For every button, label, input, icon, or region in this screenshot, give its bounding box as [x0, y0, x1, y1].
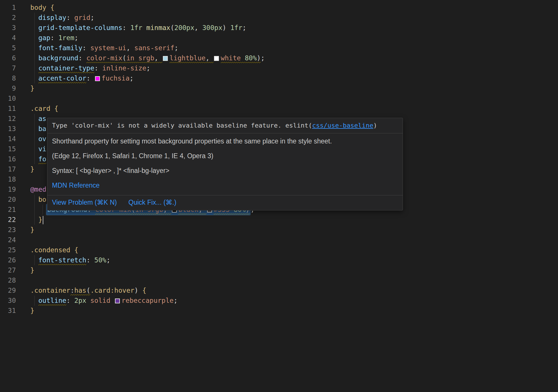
indent-guide	[34, 53, 35, 63]
browser-support: (Edge 12, Firefox 1, Safari 1, Chrome 1,…	[52, 152, 398, 160]
code-token: }	[30, 307, 34, 314]
warning-squiggle: fo	[38, 155, 46, 163]
indent-guide	[34, 134, 35, 144]
line-text[interactable]: .container:has(.card:hover) {	[30, 285, 558, 296]
token-group: gap: 1rem;	[30, 34, 78, 42]
view-problem-link[interactable]: View Problem (⌘K N)	[52, 199, 117, 206]
token-group: background:	[30, 54, 86, 62]
indent-guide	[34, 33, 35, 43]
code-line: 9}	[0, 83, 558, 94]
code-token: outline	[38, 297, 66, 304]
line-text[interactable]: .condensed {	[30, 245, 558, 255]
code-token: ,	[206, 54, 214, 62]
line-number: 2	[0, 13, 16, 23]
code-line: 24	[0, 235, 558, 245]
code-token: {	[54, 105, 58, 112]
line-number: 3	[0, 23, 16, 33]
token-group: body {	[30, 4, 54, 11]
line-text[interactable]	[30, 235, 558, 245]
eslint-rule-link[interactable]: css/use-baseline	[312, 122, 373, 129]
code-token: :	[122, 24, 131, 31]
code-token: gap	[38, 34, 51, 42]
token-group: grid-template-columns: 1fr minmax(200px,…	[30, 24, 246, 31]
code-token: accent-color	[38, 74, 86, 82]
line-text[interactable]: }	[30, 83, 558, 94]
token-group: }	[30, 85, 34, 92]
code-token: ;	[146, 64, 150, 72]
line-text[interactable]: font-family: system-ui, sans-serif;	[30, 43, 558, 53]
line-text[interactable]: }	[30, 306, 558, 316]
token-group	[30, 206, 46, 213]
token-group: : 2px solid rebeccapurple;	[66, 297, 178, 304]
line-text[interactable]: body {	[30, 3, 558, 13]
code-token: fo	[38, 155, 46, 163]
code-line: 1body {	[0, 3, 558, 13]
indent-guide	[34, 43, 35, 53]
line-text[interactable]: display: grid;	[30, 13, 558, 23]
token-group: @med	[30, 186, 46, 193]
code-token: :	[70, 287, 74, 294]
code-token: ;	[242, 24, 246, 31]
code-token: ;	[174, 44, 178, 52]
code-line: 10	[0, 94, 558, 104]
code-line: 25.condensed {	[0, 245, 558, 255]
code-token	[30, 206, 46, 213]
line-text[interactable]: }	[30, 265, 558, 275]
code-token: }	[30, 226, 34, 234]
line-number: 26	[0, 255, 16, 265]
token-group: : inline-size;	[94, 64, 150, 72]
line-text[interactable]	[30, 94, 558, 104]
color-swatch[interactable]	[163, 56, 168, 61]
line-text[interactable]: .card {	[30, 104, 558, 114]
line-text[interactable]: }	[30, 215, 558, 225]
line-text[interactable]: outline: 2px solid rebeccapurple;	[30, 296, 558, 306]
warning-squiggle: container-type	[38, 64, 94, 72]
code-line: 4 gap: 1rem;	[0, 33, 558, 43]
token-group: .condensed {	[30, 246, 78, 254]
line-text[interactable]: accent-color: fuchsia;	[30, 73, 558, 83]
line-number: 30	[0, 296, 16, 306]
indent-guide	[34, 296, 35, 306]
line-text[interactable]: }	[30, 225, 558, 235]
text-cursor	[43, 216, 44, 224]
line-text[interactable]: gap: 1rem;	[30, 33, 558, 43]
code-line: 28	[0, 275, 558, 285]
color-swatch[interactable]	[214, 56, 219, 61]
code-token: :	[66, 14, 75, 21]
code-token: )	[222, 24, 226, 31]
line-number: 5	[0, 43, 16, 53]
code-token	[86, 297, 90, 304]
code-token: minmax	[146, 24, 170, 31]
color-swatch[interactable]	[115, 298, 120, 303]
line-text[interactable]	[30, 275, 558, 285]
line-number: 14	[0, 134, 16, 144]
warning-squiggle: outline	[38, 297, 66, 304]
code-line: 22 }	[0, 215, 558, 225]
line-text[interactable]: font-stretch: 50%;	[30, 255, 558, 265]
code-token: :	[82, 44, 90, 52]
line-number: 16	[0, 154, 16, 164]
code-token: rebeccapurple	[122, 297, 174, 304]
token-group: as	[30, 115, 46, 122]
code-token: ,	[194, 24, 202, 31]
color-swatch[interactable]	[95, 76, 100, 81]
code-token: in srgb	[126, 54, 154, 62]
code-token: bo	[38, 196, 46, 203]
line-text[interactable]: container-type: inline-size;	[30, 63, 558, 73]
line-text[interactable]: background: color-mix(in srgb, lightblue…	[30, 53, 558, 63]
code-token: 2px	[74, 297, 86, 304]
line-number: 8	[0, 73, 16, 83]
code-token: }	[30, 266, 34, 274]
line-text[interactable]: grid-template-columns: 1fr minmax(200px,…	[30, 23, 558, 33]
code-token: display	[38, 14, 66, 21]
indent-guide	[34, 73, 35, 83]
quick-fix-link[interactable]: Quick Fix... (⌘.)	[129, 199, 176, 206]
indent-guide	[34, 144, 35, 154]
mdn-reference-link[interactable]: MDN Reference	[52, 182, 100, 189]
line-number: 27	[0, 265, 16, 275]
token-group: as	[30, 115, 46, 122]
code-line: 31}	[0, 306, 558, 316]
line-number: 20	[0, 195, 16, 205]
code-editor[interactable]: 1body {2 display: grid;3 grid-template-c…	[0, 0, 558, 392]
code-line: 30 outline: 2px solid rebeccapurple;	[0, 296, 558, 306]
